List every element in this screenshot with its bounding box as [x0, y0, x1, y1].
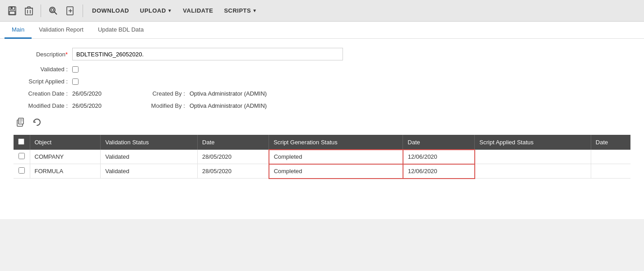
upload-button[interactable]: UPLOAD ▼ [135, 5, 176, 16]
modified-date-value: 26/05/2020 [72, 102, 117, 109]
table-refresh-button[interactable] [31, 117, 43, 130]
svg-line-12 [55, 12, 57, 14]
modified-date-row: Modified Date : 26/05/2020 Modified By :… [14, 102, 630, 109]
description-row: Description* [14, 48, 630, 60]
creation-date-row: Creation Date : 26/05/2020 Created By : … [14, 90, 630, 97]
th-checkbox [14, 135, 30, 150]
scripts-button[interactable]: SCRIPTS ▼ [219, 5, 261, 16]
tabs-bar: Main Validation Report Update BDL Data [0, 22, 644, 39]
th-object: Object [30, 135, 101, 150]
data-table: Object Validation Status Date Script Gen… [14, 135, 630, 179]
tab-update-bdl-data[interactable]: Update BDL Data [91, 22, 151, 39]
th-script-gen-status: Script Generation Status [269, 135, 403, 150]
tab-validation-report[interactable]: Validation Report [32, 22, 91, 39]
td-date1: 28/05/2020 [198, 150, 269, 164]
td-script-applied-status [475, 164, 591, 179]
validated-row: Validated : [14, 66, 630, 73]
modified-by-label: Modified By : [144, 102, 190, 109]
th-script-applied-status: Script Applied Status [475, 135, 591, 150]
scripts-dropdown-arrow: ▼ [252, 8, 257, 13]
td-object: COMPANY [30, 150, 101, 164]
td-date1: 28/05/2020 [198, 164, 269, 179]
td-script-gen-date: 12/06/2020 [403, 164, 475, 179]
table-row: COMPANYValidated28/05/2020Completed12/06… [14, 150, 630, 164]
td-object: FORMULA [30, 164, 101, 179]
th-date1: Date [198, 135, 269, 150]
validated-label: Validated : [14, 66, 72, 73]
td-script-gen-status: Completed [269, 164, 403, 179]
created-by-label: Created By : [144, 90, 190, 97]
script-applied-checkbox[interactable] [72, 78, 79, 85]
td-date3 [591, 150, 630, 164]
row-checkbox[interactable] [19, 167, 25, 174]
table-header-row: Object Validation Status Date Script Gen… [14, 135, 630, 150]
modified-date-label: Modified Date : [14, 102, 72, 109]
svg-point-13 [51, 9, 54, 11]
content-area: Description* Validated : Script Applied … [0, 39, 644, 219]
add-button[interactable] [63, 4, 78, 18]
td-date3 [591, 164, 630, 179]
svg-rect-3 [11, 7, 13, 9]
table-toolbar [14, 115, 630, 132]
creation-date-label: Creation Date : [14, 90, 72, 97]
toolbar: DOWNLOAD UPLOAD ▼ VALIDATE SCRIPTS ▼ [0, 0, 644, 22]
select-all-checkbox[interactable] [18, 138, 24, 145]
script-applied-row: Script Applied : [14, 78, 630, 85]
required-star: * [65, 51, 68, 58]
table-copy-button[interactable] [14, 116, 27, 130]
delete-button[interactable] [22, 4, 36, 18]
svg-rect-4 [25, 8, 32, 15]
description-label: Description* [14, 51, 72, 58]
td-script-gen-status: Completed [269, 150, 403, 164]
separator1 [41, 5, 41, 17]
row-checkbox[interactable] [19, 153, 25, 159]
td-script-gen-date: 12/06/2020 [403, 150, 475, 164]
validate-button[interactable]: VALIDATE [178, 5, 218, 16]
th-date2: Date [403, 135, 475, 150]
download-button[interactable]: DOWNLOAD [88, 5, 134, 16]
script-applied-label: Script Applied : [14, 78, 72, 85]
table-row: FORMULAValidated28/05/2020Completed12/06… [14, 164, 630, 179]
separator2 [83, 5, 83, 17]
th-validation-status: Validation Status [101, 135, 198, 150]
svg-point-11 [50, 7, 55, 13]
creation-date-value: 26/05/2020 [72, 90, 117, 97]
tab-main[interactable]: Main [5, 22, 32, 39]
upload-dropdown-arrow: ▼ [167, 8, 172, 13]
save-button[interactable] [5, 4, 20, 18]
td-validation-status: Validated [101, 150, 198, 164]
created-by-value: Optiva Administrator (ADMIN) [190, 90, 267, 97]
td-script-applied-status [475, 150, 591, 164]
validated-checkbox[interactable] [72, 66, 79, 73]
td-validation-status: Validated [101, 164, 198, 179]
modified-by-value: Optiva Administrator (ADMIN) [190, 102, 267, 109]
description-input[interactable] [72, 48, 343, 60]
search-button[interactable] [46, 4, 61, 18]
svg-rect-2 [9, 11, 15, 14]
th-date3: Date [591, 135, 630, 150]
